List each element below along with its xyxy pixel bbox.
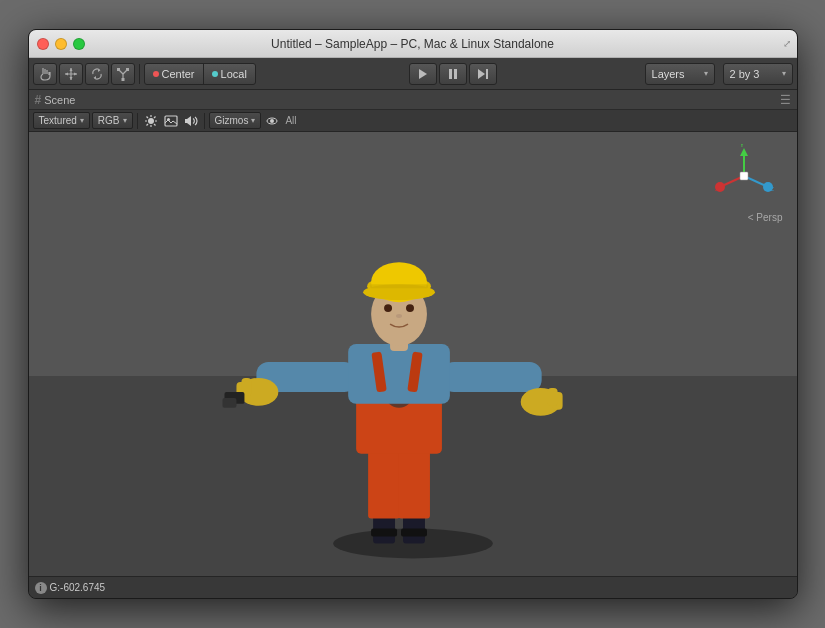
svg-marker-66 xyxy=(740,148,748,156)
persp-label: < Persp xyxy=(748,212,783,223)
svg-rect-15 xyxy=(449,69,452,79)
svg-rect-35 xyxy=(371,529,397,537)
scale-tool-button[interactable] xyxy=(111,63,135,85)
step-button[interactable] xyxy=(469,63,497,85)
local-dot xyxy=(212,71,218,77)
center-local-button[interactable]: Center Local xyxy=(144,63,256,85)
svg-rect-53 xyxy=(547,388,557,406)
scene-sep-1 xyxy=(137,113,138,129)
svg-rect-12 xyxy=(126,68,129,71)
svg-rect-50 xyxy=(222,398,236,408)
svg-marker-4 xyxy=(65,72,68,75)
hand-tool-button[interactable] xyxy=(33,63,57,85)
svg-marker-5 xyxy=(74,72,77,75)
local-part[interactable]: Local xyxy=(204,64,255,84)
close-button[interactable] xyxy=(37,38,49,50)
textured-arrow: ▾ xyxy=(80,116,84,125)
center-dot xyxy=(153,71,159,77)
status-text-value: G:-602.6745 xyxy=(50,582,106,593)
main-window: Untitled – SampleApp – PC, Mac & Linux S… xyxy=(28,29,798,599)
statusbar: i G:-602.6745 xyxy=(29,576,797,598)
textured-dropdown[interactable]: Textured ▾ xyxy=(33,112,90,129)
svg-line-26 xyxy=(154,116,156,118)
layers-dropdown[interactable]: Layers ▾ xyxy=(645,63,715,85)
status-info: i G:-602.6745 xyxy=(35,582,106,594)
info-icon: i xyxy=(35,582,47,594)
svg-point-19 xyxy=(148,118,154,124)
svg-point-56 xyxy=(384,304,392,312)
svg-marker-17 xyxy=(478,69,485,79)
scene-subtoolbar: Textured ▾ RGB ▾ xyxy=(29,110,797,132)
svg-point-31 xyxy=(270,119,274,123)
svg-text:Y: Y xyxy=(739,144,745,149)
svg-line-25 xyxy=(154,124,156,126)
svg-text:x: x xyxy=(715,184,719,193)
window-title: Untitled – SampleApp – PC, Mac & Linux S… xyxy=(271,37,554,51)
tool-group xyxy=(33,63,135,85)
svg-rect-62 xyxy=(370,284,428,288)
rgb-arrow: ▾ xyxy=(123,116,127,125)
svg-marker-2 xyxy=(69,68,72,71)
svg-rect-45 xyxy=(348,344,450,404)
axis-gizmo[interactable]: Y x z xyxy=(712,144,777,209)
pause-button[interactable] xyxy=(439,63,467,85)
svg-rect-44 xyxy=(441,362,541,392)
scene-label-group: # Scene xyxy=(35,93,76,107)
titlebar: Untitled – SampleApp – PC, Mac & Linux S… xyxy=(29,30,797,58)
traffic-lights xyxy=(37,38,85,50)
maximize-button[interactable] xyxy=(73,38,85,50)
svg-rect-13 xyxy=(121,78,124,81)
resize-icon[interactable]: ⤢ xyxy=(783,38,791,49)
svg-rect-36 xyxy=(401,529,427,537)
layout-dropdown[interactable]: 2 by 3 ▾ xyxy=(723,63,793,85)
scene-menu-icon[interactable]: ☰ xyxy=(780,93,791,107)
all-label: All xyxy=(285,115,296,126)
move-tool-button[interactable] xyxy=(59,63,83,85)
svg-point-57 xyxy=(406,304,414,312)
svg-rect-74 xyxy=(740,172,748,180)
play-button[interactable] xyxy=(409,63,437,85)
gizmos-dropdown[interactable]: Gizmos ▾ xyxy=(209,112,262,129)
svg-marker-14 xyxy=(419,69,427,79)
character-display xyxy=(29,132,797,576)
svg-rect-18 xyxy=(486,69,488,79)
svg-rect-38 xyxy=(398,444,430,519)
svg-rect-11 xyxy=(117,68,120,71)
audio-icon-button[interactable] xyxy=(182,112,200,129)
svg-line-24 xyxy=(146,116,148,118)
sun-icon-button[interactable] xyxy=(142,112,160,129)
svg-rect-16 xyxy=(454,69,457,79)
image-icon-button[interactable] xyxy=(162,112,180,129)
scene-header: # Scene ☰ xyxy=(29,90,797,110)
separator-1 xyxy=(139,64,140,84)
svg-line-27 xyxy=(146,124,148,126)
rotate-tool-button[interactable] xyxy=(85,63,109,85)
layers-dropdown-arrow: ▾ xyxy=(704,69,708,78)
svg-point-58 xyxy=(396,314,402,318)
svg-marker-3 xyxy=(69,77,72,80)
scene-sep-2 xyxy=(204,113,205,129)
play-controls xyxy=(409,63,497,85)
minimize-button[interactable] xyxy=(55,38,67,50)
svg-rect-37 xyxy=(368,444,400,519)
hash-icon: # xyxy=(35,93,42,107)
viewport[interactable]: Y x z < Persp xyxy=(29,132,797,576)
svg-text:z: z xyxy=(770,184,774,193)
gizmos-arrow: ▾ xyxy=(251,116,255,125)
rgb-dropdown[interactable]: RGB ▾ xyxy=(92,112,133,129)
scene-label: Scene xyxy=(44,94,75,106)
gizmos-eye-icon[interactable] xyxy=(263,112,281,129)
main-toolbar: Center Local xyxy=(29,58,797,90)
center-part[interactable]: Center xyxy=(145,64,204,84)
layout-dropdown-arrow: ▾ xyxy=(782,69,786,78)
